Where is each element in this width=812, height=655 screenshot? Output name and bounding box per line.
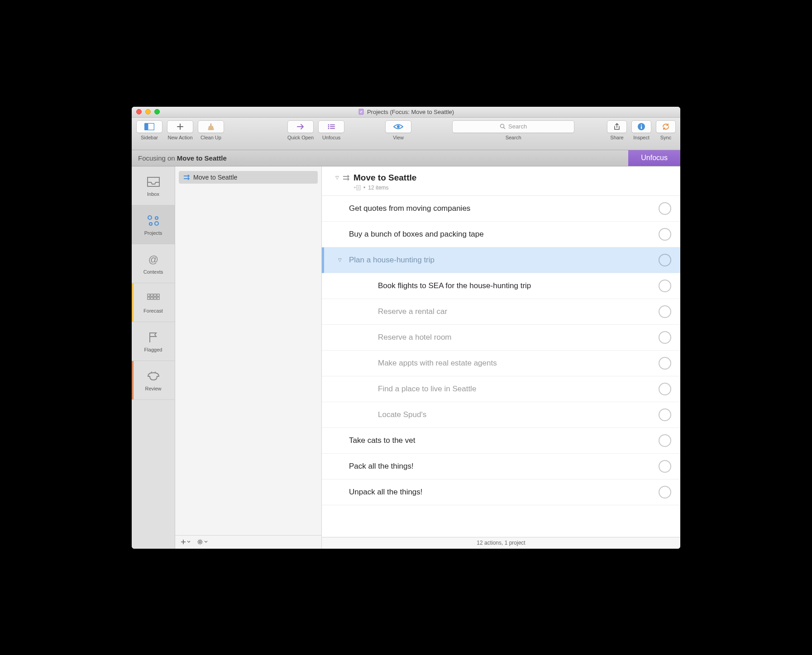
- action-menu-button[interactable]: [197, 539, 208, 545]
- chevron-down-icon: [187, 541, 191, 543]
- status-bar: 12 actions, 1 project: [322, 537, 680, 549]
- window-minimize-button[interactable]: [145, 109, 151, 114]
- clean-up-label: Clean Up: [201, 135, 221, 140]
- sync-button[interactable]: [656, 120, 676, 133]
- project-list-footer: [175, 535, 321, 549]
- perspective-projects[interactable]: Projects: [132, 205, 175, 244]
- task-row[interactable]: Make appts with real estate agents: [322, 351, 680, 376]
- task-row[interactable]: Locate Spud's: [322, 402, 680, 428]
- task-checkbox[interactable]: [659, 408, 671, 421]
- chevron-down-icon: [204, 541, 208, 543]
- task-row[interactable]: Take cats to the vet: [322, 428, 680, 454]
- perspective-label: Inbox: [147, 191, 159, 197]
- perspective-inbox[interactable]: Inbox: [132, 166, 175, 205]
- task-checkbox[interactable]: [659, 280, 671, 292]
- sidebar-button[interactable]: [136, 120, 162, 133]
- svg-rect-10: [641, 126, 642, 129]
- svg-point-12: [155, 217, 158, 219]
- toolbar: Sidebar New Action Clean Up Qu: [132, 118, 680, 150]
- task-row[interactable]: Find a place to live in Seattle: [322, 376, 680, 402]
- task-row[interactable]: Book flights to SEA for the house-huntin…: [322, 273, 680, 299]
- inbox-icon: [147, 174, 160, 190]
- task-row[interactable]: Buy a bunch of boxes and packing tape: [322, 222, 680, 247]
- toolbar-item-share: Share: [607, 120, 627, 150]
- svg-point-3: [328, 124, 330, 125]
- task-checkbox[interactable]: [659, 357, 671, 370]
- sidebar-project-name: Move to Seattle: [193, 174, 237, 181]
- unfocus-label: Unfocus: [322, 135, 340, 140]
- task-list: Get quotes from moving companiesBuy a bu…: [322, 196, 680, 505]
- forecast-icon: [147, 291, 160, 306]
- add-button[interactable]: [181, 539, 191, 545]
- outline-subheader: + • 12 items: [353, 185, 671, 191]
- sidebar-project-row[interactable]: Move to Seattle: [179, 171, 318, 184]
- task-checkbox[interactable]: [659, 228, 671, 241]
- svg-rect-16: [148, 294, 150, 296]
- view-button[interactable]: [385, 120, 411, 133]
- task-row[interactable]: Unpack all the things!: [322, 479, 680, 505]
- task-checkbox[interactable]: [659, 486, 671, 498]
- svg-point-14: [155, 222, 158, 225]
- task-row[interactable]: Get quotes from moving companies: [322, 196, 680, 222]
- task-checkbox[interactable]: [659, 202, 671, 215]
- search-field[interactable]: Search: [452, 120, 574, 133]
- project-list-sidebar: Move to Seattle: [175, 166, 322, 549]
- outline-body[interactable]: ▽ Move to Seattle + • 12 items Ge: [322, 166, 680, 537]
- app-window: Projects (Focus: Move to Seattle) Sideba…: [132, 107, 680, 549]
- project-list-body: Move to Seattle: [175, 166, 321, 535]
- perspective-contexts[interactable]: @ Contexts: [132, 244, 175, 283]
- perspective-label: Review: [145, 386, 161, 391]
- disclosure-triangle[interactable]: ▽: [335, 175, 339, 180]
- perspective-label: Forecast: [143, 308, 163, 313]
- window-zoom-button[interactable]: [154, 109, 160, 114]
- unfocus-toolbar-button[interactable]: [318, 120, 344, 133]
- focus-prefix: Focusing on: [138, 154, 175, 162]
- contexts-icon: @: [147, 252, 160, 267]
- share-button[interactable]: [607, 120, 627, 133]
- task-checkbox[interactable]: [659, 331, 671, 344]
- inspect-button[interactable]: [631, 120, 651, 133]
- clean-up-button[interactable]: [198, 120, 224, 133]
- task-title: Plan a house-hunting trip: [349, 256, 659, 265]
- svg-point-9: [641, 124, 642, 126]
- outline-view: ▽ Move to Seattle + • 12 items Ge: [322, 166, 680, 549]
- info-icon: [637, 123, 645, 131]
- plus-icon: [181, 539, 186, 545]
- disclosure-triangle[interactable]: ▽: [338, 257, 342, 262]
- task-checkbox[interactable]: [659, 305, 671, 318]
- task-checkbox[interactable]: [659, 434, 671, 447]
- toolbar-item-sidebar: Sidebar: [136, 120, 162, 150]
- perspective-flagged[interactable]: Flagged: [132, 322, 175, 361]
- toolbar-item-sync: Sync: [656, 120, 676, 150]
- toolbar-item-unfocus: Unfocus: [318, 120, 344, 150]
- outline-title: Move to Seattle: [353, 173, 416, 183]
- svg-rect-23: [157, 297, 159, 299]
- svg-rect-21: [151, 297, 153, 299]
- task-checkbox[interactable]: [659, 460, 671, 473]
- new-action-button[interactable]: [167, 120, 193, 133]
- window-title: Projects (Focus: Move to Seattle): [132, 109, 680, 115]
- task-checkbox[interactable]: [659, 254, 671, 266]
- projects-icon: [147, 213, 160, 228]
- toolbar-item-search: Search Search: [452, 120, 574, 150]
- task-row[interactable]: Pack all the things!: [322, 454, 680, 479]
- perspective-review[interactable]: Review: [132, 361, 175, 400]
- eye-icon: [393, 123, 403, 130]
- task-row[interactable]: Reserve a rental car: [322, 299, 680, 325]
- search-placeholder: Search: [508, 123, 527, 130]
- quick-open-label: Quick Open: [287, 135, 314, 140]
- unfocus-button[interactable]: Unfocus: [628, 150, 680, 166]
- svg-point-13: [149, 223, 152, 225]
- window-close-button[interactable]: [136, 109, 142, 114]
- svg-text:+: +: [353, 185, 356, 190]
- task-row[interactable]: Reserve a hotel room: [322, 325, 680, 351]
- perspective-forecast[interactable]: Forecast: [132, 283, 175, 322]
- item-count: 12 items: [368, 185, 388, 191]
- task-title: Locate Spud's: [378, 410, 659, 419]
- view-label: View: [393, 135, 404, 140]
- task-checkbox[interactable]: [659, 383, 671, 395]
- quick-open-button[interactable]: [287, 120, 314, 133]
- task-row[interactable]: ▽Plan a house-hunting trip: [322, 247, 680, 273]
- review-icon: [147, 369, 160, 384]
- add-note-icon[interactable]: +: [353, 185, 361, 190]
